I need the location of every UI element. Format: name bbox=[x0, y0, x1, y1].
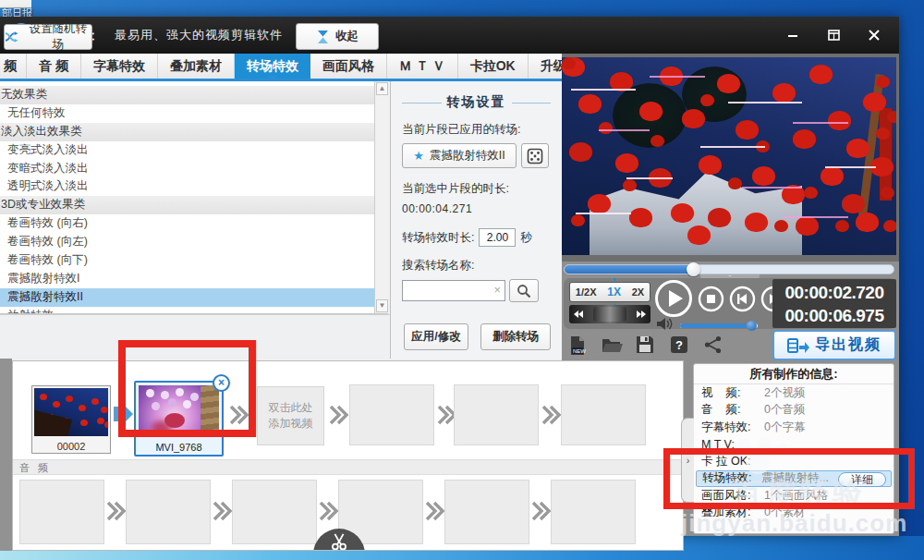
app-tagline: 最易用、强大的视频剪辑软件 bbox=[115, 27, 283, 43]
minimize-button[interactable] bbox=[784, 27, 801, 43]
speed-selector[interactable]: 1/2X 1X 2X ▼ ▲ bbox=[569, 282, 650, 302]
transition-duration-input[interactable] bbox=[479, 228, 516, 247]
audio-empty-slot-5[interactable] bbox=[551, 480, 636, 544]
time-display: 00:00:02.720 00:00:06.975 bbox=[772, 279, 896, 328]
close-button[interactable] bbox=[866, 27, 882, 43]
glitch-line bbox=[650, 76, 705, 78]
applied-transition-button[interactable]: ★ 震撼散射特效II bbox=[402, 143, 517, 168]
effect-item-9[interactable]: 卷画特效 (向下) bbox=[0, 251, 374, 270]
apply-modify-button[interactable]: 应用/修改 bbox=[404, 323, 468, 350]
chevron-separator-icon bbox=[213, 500, 233, 526]
effect-item-12[interactable]: 放射特效 bbox=[0, 307, 374, 314]
preview-building bbox=[590, 161, 802, 255]
clear-search-icon[interactable]: × bbox=[493, 283, 501, 297]
search-transition-label: 搜索转场名称: bbox=[402, 258, 551, 274]
video-empty-slot-0[interactable] bbox=[349, 384, 434, 445]
delete-transition-button[interactable]: 删除转场 bbox=[480, 323, 551, 350]
stop-button[interactable] bbox=[698, 286, 724, 316]
clip-00002-thumbnail bbox=[34, 388, 108, 436]
title-bar: ✂ 爱剪辑 最易用、强大的视频剪辑软件 bbox=[0, 17, 899, 54]
add-video-line2: 添加视频 bbox=[269, 416, 313, 432]
search-icon bbox=[517, 284, 531, 298]
glitch-line bbox=[576, 213, 631, 214]
audio-empty-slot-4[interactable] bbox=[444, 480, 529, 544]
volume-icon[interactable] bbox=[656, 317, 674, 335]
star-icon: ★ bbox=[413, 149, 424, 163]
effect-category-2: 淡入淡出效果类 bbox=[0, 123, 374, 141]
help-icon[interactable]: ? bbox=[670, 335, 690, 356]
volume-slider[interactable] bbox=[680, 323, 758, 328]
tab-0[interactable]: 频 bbox=[0, 54, 27, 79]
speed-half[interactable]: 1/2X bbox=[576, 286, 597, 298]
glitch-line bbox=[571, 89, 636, 91]
dice-icon bbox=[527, 148, 543, 164]
effect-category-0: 无效果类 bbox=[0, 86, 374, 104]
add-video-slot[interactable]: 双击此处 添加视频 bbox=[257, 386, 324, 445]
speed-2x[interactable]: 2X bbox=[632, 286, 644, 298]
clip-mvi9768-label: MVI_9768 bbox=[136, 442, 222, 453]
tab-6[interactable]: Ｍ Ｔ Ｖ bbox=[387, 54, 458, 79]
random-transition-button[interactable]: 设置随机转场 bbox=[4, 24, 92, 50]
jog-knob[interactable] bbox=[593, 307, 626, 322]
jog-wheel[interactable] bbox=[569, 305, 650, 323]
effects-rows: 无效果类无任何特效淡入淡出效果类变亮式淡入淡出变暗式淡入淡出透明式淡入淡出3D或… bbox=[0, 86, 388, 314]
clip-duration-label: 当前选中片段的时长: bbox=[402, 181, 551, 197]
effects-scrollbar[interactable]: ▲ ▼ bbox=[374, 81, 388, 313]
effect-item-8[interactable]: 卷画特效 (向左) bbox=[0, 233, 374, 251]
effect-item-1[interactable]: 无任何特效 bbox=[0, 104, 374, 123]
speed-1x[interactable]: 1X bbox=[607, 286, 621, 298]
video-preview[interactable] bbox=[562, 57, 896, 255]
random-transition-label: 设置随机转场 bbox=[24, 21, 91, 53]
random-dice-button[interactable] bbox=[521, 143, 549, 168]
tab-active-4[interactable]: 转场特效 bbox=[235, 54, 310, 79]
settings-title: 转场设置 bbox=[447, 94, 506, 111]
tab-5[interactable]: 画面风格 bbox=[310, 54, 387, 79]
tab-3[interactable]: 叠加素材 bbox=[158, 54, 235, 79]
effect-item-5[interactable]: 透明式淡入淡出 bbox=[0, 177, 374, 196]
shuffle-icon bbox=[5, 30, 18, 43]
chevron-separator-icon bbox=[329, 404, 349, 430]
tab-1[interactable]: 音 频 bbox=[27, 54, 81, 79]
volume-knob[interactable] bbox=[747, 321, 757, 331]
tab-7[interactable]: 卡拉OK bbox=[458, 54, 529, 79]
preview-tree bbox=[682, 67, 747, 122]
scroll-up-icon[interactable]: ▲ bbox=[376, 82, 388, 95]
preview-banner bbox=[880, 108, 892, 201]
timeline-clip-00002[interactable]: 00002 bbox=[31, 385, 111, 454]
tab-2[interactable]: 字幕特效 bbox=[81, 54, 158, 79]
effect-item-4[interactable]: 变暗式淡入淡出 bbox=[0, 160, 374, 178]
timeline-area: 00002 MVI_9768 × 双击此处 添加视频 音 频 bbox=[0, 359, 684, 551]
effect-item-10[interactable]: 震撼散射特效I bbox=[0, 270, 374, 288]
glitch-line bbox=[825, 166, 876, 168]
prev-frame-button[interactable] bbox=[729, 286, 756, 316]
open-folder-icon[interactable] bbox=[602, 335, 622, 356]
play-button[interactable] bbox=[654, 279, 693, 322]
audio-empty-slot-1[interactable] bbox=[126, 480, 211, 544]
audio-empty-slot-0[interactable] bbox=[19, 480, 104, 544]
chevron-separator-icon bbox=[425, 500, 445, 526]
export-video-label: 导出视频 bbox=[815, 335, 881, 355]
clip-duration-value: 00:00:04.271 bbox=[402, 202, 551, 215]
audio-empty-slot-2[interactable] bbox=[232, 480, 317, 544]
time-total: 00:00:06.975 bbox=[772, 304, 896, 327]
window-controls bbox=[784, 27, 882, 43]
new-project-icon[interactable]: NEW bbox=[567, 335, 588, 356]
effect-item-7[interactable]: 卷画特效 (向右) bbox=[0, 214, 374, 233]
save-icon[interactable] bbox=[636, 335, 656, 356]
screen: 部日报 ✂ 爱剪辑 最易用、强大的视频剪辑软件 频音 频字幕特效叠加素材转场特效… bbox=[0, 0, 924, 560]
export-video-button[interactable]: 导出视频 bbox=[772, 330, 896, 360]
collapse-button[interactable]: 收起 bbox=[296, 23, 379, 50]
video-empty-slot-2[interactable] bbox=[561, 384, 646, 445]
scroll-down-icon[interactable]: ▼ bbox=[376, 299, 388, 312]
add-video-line1: 双击此处 bbox=[269, 400, 313, 416]
collapse-hourglass-icon bbox=[316, 30, 330, 44]
share-icon[interactable] bbox=[704, 335, 724, 356]
maximize-button[interactable] bbox=[825, 27, 842, 43]
effect-item-11[interactable]: 震撼散射特效II bbox=[0, 288, 374, 307]
search-button[interactable] bbox=[509, 279, 539, 302]
search-transition-input[interactable]: × bbox=[402, 280, 505, 301]
video-empty-slot-1[interactable] bbox=[454, 384, 539, 445]
seek-thumb[interactable] bbox=[687, 262, 700, 276]
effect-item-3[interactable]: 变亮式淡入淡出 bbox=[0, 141, 374, 160]
preview-lanterns-small bbox=[562, 57, 576, 69]
